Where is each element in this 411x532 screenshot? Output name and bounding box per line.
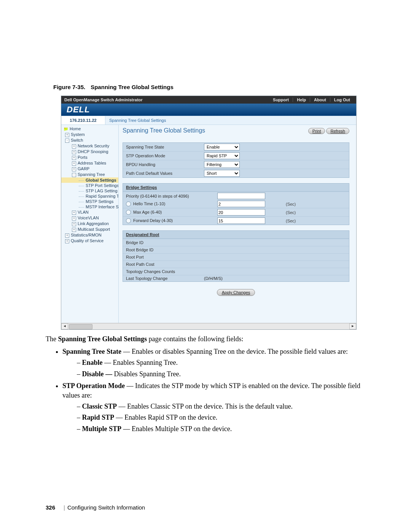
root-row: Bridge ID (123, 239, 349, 246)
scroll-thumb[interactable] (69, 324, 92, 329)
nav-item[interactable]: +Quality of Service (61, 238, 118, 244)
page-title: Spanning Tree Global Settings (123, 127, 205, 134)
last-change-label: Last Topology Change (126, 276, 204, 281)
nav-item[interactable]: +System (61, 132, 118, 137)
print-button[interactable]: Print (308, 128, 325, 134)
radio-icon[interactable] (126, 201, 131, 206)
breadcrumb: Spanning Tree Global Settings (105, 116, 356, 125)
field-unit: (Sec) (286, 210, 296, 215)
nav-item[interactable]: +Address Tables (61, 160, 118, 166)
field-select[interactable]: Short (204, 170, 240, 177)
field-unit: (Sec) (286, 202, 296, 206)
figure-title: Spanning Tree Global Settings (91, 84, 174, 90)
bullet-stp-mode: STP Operation Mode — Indicates the STP m… (62, 381, 369, 434)
apply-button[interactable]: Apply Changes (217, 289, 255, 296)
nav-item[interactable]: +DHCP Snooping (61, 149, 118, 155)
field-label: Forward Delay (4-30) (126, 218, 217, 224)
field-label: Path Cost Default Values (126, 171, 204, 176)
root-row: Root Bridge ID (123, 246, 349, 253)
field-input[interactable] (217, 209, 265, 216)
figure-caption: Figure 7-35.Spanning Tree Global Setting… (53, 84, 369, 90)
nav-item[interactable]: MSTP Interface S (61, 204, 118, 209)
root-row: Root Path Cost (123, 260, 349, 268)
content-pane: Spanning Tree Global Settings Print Refr… (119, 125, 356, 323)
page-number: 326 (46, 504, 55, 511)
nav-item[interactable]: MSTP Settings (61, 199, 118, 204)
nav-item[interactable]: +Ports (61, 155, 118, 160)
field-select[interactable]: Filtering (204, 161, 240, 168)
field-label: Max Age (6-40) (126, 210, 217, 215)
nav-item[interactable]: Global Settings (61, 177, 118, 183)
nav-home[interactable]: Home (61, 126, 118, 132)
nav-item[interactable]: +VoiceVLAN (61, 215, 118, 221)
bridge-header: Bridge Settings (123, 184, 349, 192)
scroll-track[interactable] (68, 324, 349, 329)
link-help[interactable]: Help (293, 97, 310, 102)
sub-bar: 176.210.11.22 Spanning Tree Global Setti… (61, 116, 356, 125)
section-root: Designated Root Bridge IDRoot Bridge IDR… (123, 230, 349, 282)
root-header: Designated Root (123, 231, 349, 239)
scroll-left-icon[interactable]: ◄ (61, 323, 68, 329)
refresh-button[interactable]: Refresh (326, 128, 349, 134)
field-label: STP Operation Mode (126, 153, 204, 158)
field-unit: (Sec) (286, 219, 296, 223)
field-select[interactable]: Rapid STP (204, 152, 240, 159)
top-links: Support Help About Log Out (269, 97, 354, 102)
radio-icon[interactable] (126, 210, 131, 215)
section-bridge: Bridge Settings Priority (0-61440 in ste… (123, 183, 349, 225)
root-row: Topology Changes Counts (123, 268, 349, 275)
nav-item[interactable]: -Switch (61, 137, 118, 143)
section-general: Spanning Tree StateEnableSTP Operation M… (123, 142, 349, 178)
field-input[interactable] (217, 201, 265, 207)
body-text: The Spanning Tree Global Settings page c… (46, 334, 369, 434)
last-change-value: (D/H/M/S) (204, 276, 223, 281)
field-label: BPDU Handling (126, 162, 204, 167)
root-row: Root Port (123, 253, 349, 260)
nav-item[interactable]: +GARP (61, 166, 118, 172)
scroll-right-icon[interactable]: ► (349, 323, 356, 329)
chapter-title: Configuring Switch Information (67, 504, 145, 511)
page-footer: 326|Configuring Switch Information (46, 504, 145, 511)
field-input[interactable] (217, 217, 265, 224)
link-about[interactable]: About (310, 97, 330, 102)
nav-item[interactable]: +Network Security (61, 143, 118, 149)
brand-bar: DELL (61, 104, 356, 116)
nav-item[interactable]: STP LAG Setting (61, 188, 118, 193)
nav-item[interactable]: +Link Aggregation (61, 221, 118, 227)
nav-tree[interactable]: Home +System-Switch+Network Security+DHC… (61, 125, 119, 323)
app-title: Dell OpenManage Switch Administrator (64, 97, 143, 102)
title-bar: Dell OpenManage Switch Administrator Sup… (61, 96, 356, 104)
nav-item[interactable]: -Spanning Tree (61, 172, 118, 177)
horizontal-scrollbar[interactable]: ◄ ► (61, 323, 356, 329)
priority-label: Priority (0-61440 in steps of 4096) (126, 194, 217, 198)
nav-item[interactable]: +Multicast Support (61, 227, 118, 232)
link-support[interactable]: Support (269, 97, 293, 102)
link-logout[interactable]: Log Out (330, 97, 354, 102)
field-label: Hello Time (1-10) (126, 201, 217, 207)
nav-item[interactable]: +Statistics/RMON (61, 232, 118, 238)
dell-logo: DELL (67, 105, 90, 115)
priority-input[interactable] (217, 193, 265, 199)
nav-item[interactable]: +VLAN (61, 209, 118, 215)
radio-icon[interactable] (126, 218, 131, 223)
nav-item[interactable]: Rapid Spanning T (61, 193, 118, 199)
field-label: Spanning Tree State (126, 145, 204, 149)
bullet-stp-state: Spanning Tree State — Enables or disable… (62, 347, 369, 379)
device-ip: 176.210.11.22 (61, 116, 105, 125)
field-select[interactable]: Enable (204, 144, 240, 150)
figure-number: Figure 7-35. (53, 84, 85, 90)
nav-item[interactable]: STP Port Settings (61, 183, 118, 188)
screenshot-app: Dell OpenManage Switch Administrator Sup… (61, 96, 357, 330)
